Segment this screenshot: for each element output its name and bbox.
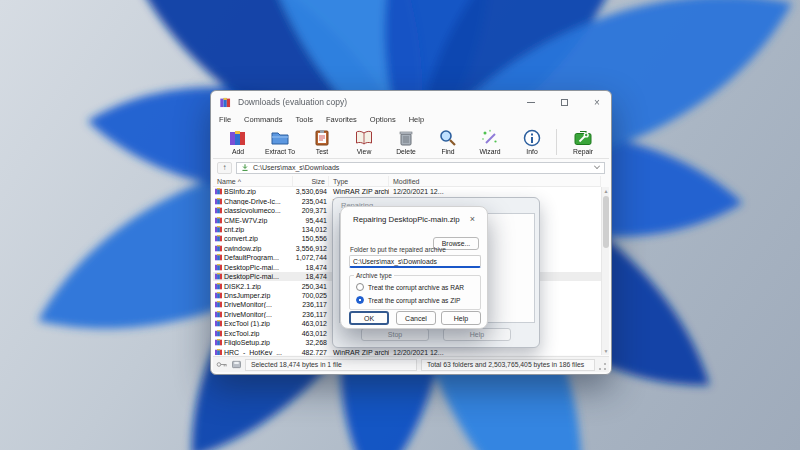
file-size: 463,012 bbox=[293, 320, 329, 327]
address-combobox[interactable]: C:\Users\max_s\Downloads bbox=[236, 162, 605, 174]
header-modified[interactable]: Modified bbox=[389, 176, 601, 186]
sort-asc-icon: ^ bbox=[238, 178, 241, 185]
menu-help[interactable]: Help bbox=[409, 115, 424, 124]
file-type: WinRAR ZIP archive bbox=[329, 349, 389, 355]
scroll-up-icon[interactable]: ▲ bbox=[603, 188, 609, 194]
winrar-zip-file-icon bbox=[215, 339, 222, 346]
file-modified: 12/20/2021 12... bbox=[389, 349, 601, 355]
file-name: DriveMonitor(... bbox=[224, 311, 272, 318]
file-name: FliqloSetup.zip bbox=[224, 339, 270, 346]
toolbar-button-label: Add bbox=[232, 148, 244, 155]
table-row[interactable]: BSInfo.zip3,530,694WinRAR ZIP archive12/… bbox=[213, 187, 601, 196]
toolbar-button-label: Delete bbox=[396, 148, 416, 155]
desktop: Downloads (evaluation copy) × FileComman… bbox=[0, 0, 800, 450]
winrar-zip-file-icon bbox=[215, 292, 222, 299]
close-button[interactable]: × bbox=[589, 94, 605, 110]
toolbar-view-button[interactable]: View bbox=[343, 128, 385, 155]
find-magnifier-icon bbox=[438, 128, 458, 147]
maximize-button[interactable] bbox=[556, 94, 572, 110]
file-size: 3,556,912 bbox=[293, 245, 329, 252]
menu-tools[interactable]: Tools bbox=[295, 115, 313, 124]
file-name: DesktopPic-mai... bbox=[224, 264, 279, 271]
winrar-zip-file-icon bbox=[215, 207, 222, 214]
file-type: WinRAR ZIP archive bbox=[329, 188, 389, 195]
toolbar-separator bbox=[556, 129, 557, 155]
winrar-zip-file-icon bbox=[215, 273, 222, 280]
file-size: 18,474 bbox=[293, 273, 329, 280]
dialog-close-icon[interactable]: × bbox=[466, 212, 479, 225]
status-selected: Selected 18,474 bytes in 1 file bbox=[245, 359, 417, 371]
toolbar-repair-button[interactable]: Repair bbox=[562, 128, 604, 155]
file-name: convert.zip bbox=[224, 235, 258, 242]
archive-type-group: Archive type Treat the corrupt archive a… bbox=[349, 275, 481, 310]
file-size: 150,556 bbox=[293, 235, 329, 242]
winrar-zip-file-icon bbox=[215, 349, 222, 355]
file-name: ExcTool (1).zip bbox=[224, 320, 270, 327]
info-icon bbox=[522, 128, 542, 147]
file-size: 3,530,694 bbox=[293, 188, 329, 195]
file-size: 482,727 bbox=[293, 349, 329, 355]
menu-favorites[interactable]: Favorites bbox=[326, 115, 357, 124]
winrar-zip-file-icon bbox=[215, 245, 222, 252]
ok-button[interactable]: OK bbox=[349, 311, 389, 325]
menu-file[interactable]: File bbox=[219, 115, 231, 124]
status-total: Total 63 folders and 2,503,765,405 bytes… bbox=[421, 359, 595, 371]
toolbar-find-button[interactable]: Find bbox=[427, 128, 469, 155]
file-name: DesktopPic-mai... bbox=[224, 273, 279, 280]
header-type[interactable]: Type bbox=[329, 176, 389, 186]
toolbar-extract-to-button[interactable]: Extract To bbox=[259, 128, 301, 155]
toolbar-button-label: Test bbox=[316, 148, 328, 155]
key-icon[interactable] bbox=[216, 360, 228, 369]
file-size: 250,341 bbox=[293, 283, 329, 290]
disk-icon[interactable] bbox=[232, 360, 241, 369]
file-size: 236,117 bbox=[293, 301, 329, 308]
file-name: Change-Drive-Ic... bbox=[224, 198, 281, 205]
file-size: 700,025 bbox=[293, 292, 329, 299]
chevron-down-icon bbox=[594, 163, 600, 169]
up-folder-button[interactable]: ↑ bbox=[217, 162, 232, 174]
cancel-button[interactable]: Cancel bbox=[396, 311, 436, 325]
toolbar-button-label: View bbox=[357, 148, 372, 155]
winrar-zip-file-icon bbox=[215, 254, 222, 261]
winrar-zip-file-icon bbox=[215, 301, 222, 308]
toolbar-button-label: Extract To bbox=[265, 148, 295, 155]
extract-folder-icon bbox=[270, 128, 290, 147]
menu-options[interactable]: Options bbox=[370, 115, 396, 124]
toolbar-add-button[interactable]: Add bbox=[217, 128, 259, 155]
scrollbar-thumb[interactable] bbox=[603, 196, 609, 248]
column-headers: Name ^ Size Type Modified bbox=[213, 176, 601, 187]
toolbar-wizard-button[interactable]: Wizard bbox=[469, 128, 511, 155]
downloads-folder-icon bbox=[241, 163, 249, 172]
stop-button[interactable]: Stop bbox=[361, 328, 429, 341]
toolbar-test-button[interactable]: Test bbox=[301, 128, 343, 155]
address-path: C:\Users\max_s\Downloads bbox=[253, 164, 590, 171]
resize-grip[interactable] bbox=[599, 363, 606, 370]
test-clipboard-icon bbox=[312, 128, 332, 147]
dialog-help-button[interactable]: Help bbox=[441, 311, 481, 325]
file-size: 235,041 bbox=[293, 198, 329, 205]
radio-treat-as-zip[interactable]: Treat the corrupt archive as ZIP bbox=[356, 296, 460, 304]
header-name[interactable]: Name ^ bbox=[213, 176, 293, 186]
file-name: CME-W7V.zip bbox=[224, 217, 267, 224]
table-row[interactable]: HRC_-_HotKey_...482,727WinRAR ZIP archiv… bbox=[213, 347, 601, 355]
progress-help-button[interactable]: Help bbox=[443, 328, 511, 341]
file-modified: 12/20/2021 12... bbox=[389, 188, 601, 195]
toolbar: AddExtract ToTestViewDeleteFindWizardInf… bbox=[213, 126, 609, 159]
toolbar-button-label: Wizard bbox=[479, 148, 500, 155]
delete-trash-icon bbox=[396, 128, 416, 147]
winrar-zip-file-icon bbox=[215, 283, 222, 290]
winrar-zip-file-icon bbox=[215, 226, 222, 233]
minimize-button[interactable] bbox=[523, 94, 539, 110]
menu-commands[interactable]: Commands bbox=[244, 115, 282, 124]
list-scrollbar[interactable]: ▲ ▼ bbox=[601, 187, 609, 355]
repaired-archive-path-input[interactable]: C:\Users\max_s\Downloads bbox=[349, 255, 481, 268]
toolbar-delete-button[interactable]: Delete bbox=[385, 128, 427, 155]
scroll-down-icon[interactable]: ▼ bbox=[603, 348, 609, 354]
radio-unselected-icon bbox=[356, 283, 364, 291]
header-size[interactable]: Size bbox=[293, 176, 329, 186]
winrar-zip-file-icon bbox=[215, 264, 222, 271]
radio-treat-as-rar[interactable]: Treat the corrupt archive as RAR bbox=[356, 283, 464, 291]
toolbar-info-button[interactable]: Info bbox=[511, 128, 553, 155]
repair-options-dialog: Repairing DesktopPic-main.zip × Browse..… bbox=[340, 206, 488, 329]
file-size: 463,012 bbox=[293, 330, 329, 337]
